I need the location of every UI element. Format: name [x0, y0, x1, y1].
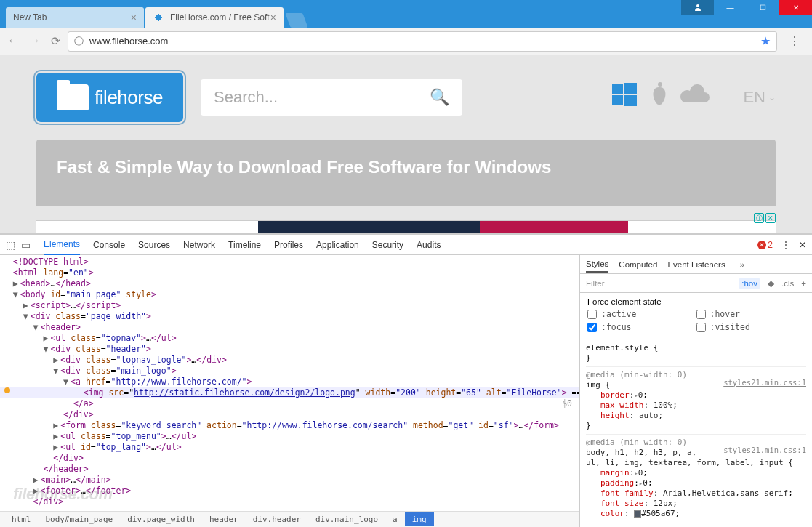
- back-button[interactable]: ←: [7, 34, 19, 48]
- minimize-button[interactable]: —: [714, 0, 747, 15]
- window-controls: — ☐ ✕: [681, 0, 812, 15]
- address-bar[interactable]: ⓘ www.filehorse.com ★: [68, 31, 777, 52]
- tab-application[interactable]: Application: [316, 236, 359, 254]
- tab-title: New Tab: [13, 12, 47, 23]
- tab-title: FileHorse.com / Free Soft: [170, 12, 270, 23]
- state-hover[interactable]: :hover: [696, 309, 805, 319]
- selected-dom-node[interactable]: <img src="http://static.filehorse.com/de…: [0, 387, 579, 398]
- tab-event-listeners[interactable]: Event Listeners: [667, 257, 725, 272]
- new-tab-button[interactable]: [285, 13, 307, 28]
- ad-banner[interactable]: [36, 220, 776, 233]
- tab-elements[interactable]: Elements: [44, 235, 80, 255]
- language-selector[interactable]: EN ⌄: [743, 88, 776, 107]
- favicon-icon: [153, 12, 164, 23]
- hov-toggle[interactable]: :hov: [739, 278, 760, 289]
- tab-computed[interactable]: Computed: [619, 257, 657, 272]
- platform-links: [612, 82, 711, 113]
- browser-toolbar: ← → ⟳ ⓘ www.filehorse.com ★ ⋮: [0, 28, 812, 55]
- browser-tab[interactable]: FileHorse.com / Free Soft ×: [145, 7, 284, 28]
- browser-tab[interactable]: New Tab ×: [6, 7, 144, 28]
- tab-sources[interactable]: Sources: [138, 236, 170, 254]
- page-viewport: filehorse Search... 🔍 EN ⌄ Fast & Simple…: [0, 55, 812, 233]
- source-link[interactable]: styles21.min.css:1: [723, 377, 806, 387]
- dom-breadcrumbs[interactable]: html body#main_page div.page_width heade…: [0, 511, 579, 527]
- state-active[interactable]: :active: [587, 309, 696, 319]
- browser-menu-button[interactable]: ⋮: [784, 34, 805, 48]
- css-rules[interactable]: element.style { } @media (min-width: 0) …: [580, 337, 812, 527]
- error-indicator[interactable]: ✕2: [757, 240, 773, 250]
- styles-filter[interactable]: Filter :hov ◆ .cls +: [580, 274, 812, 293]
- tab-styles[interactable]: Styles: [586, 257, 608, 273]
- tab-audits[interactable]: Audits: [417, 236, 441, 254]
- hero-title: Fast & Simple Way to Download Free Softw…: [57, 157, 551, 177]
- logo-text: filehorse: [95, 87, 163, 109]
- bookmark-star-icon[interactable]: ★: [760, 34, 771, 48]
- devtools-close-button[interactable]: ✕: [799, 240, 806, 250]
- more-tabs-icon[interactable]: »: [740, 260, 744, 269]
- state-visited[interactable]: :visited: [696, 322, 805, 332]
- source-link[interactable]: styles21.min.css:1: [723, 445, 806, 455]
- devtools-menu-button[interactable]: ⋮: [781, 240, 790, 250]
- maximize-button[interactable]: ☐: [747, 0, 779, 15]
- user-button[interactable]: [681, 0, 714, 15]
- reload-button[interactable]: ⟳: [51, 34, 60, 48]
- force-element-state: Force element state :active :hover :focu…: [580, 293, 812, 337]
- site-logo[interactable]: filehorse: [36, 73, 183, 122]
- svg-rect-3: [612, 95, 623, 105]
- svg-rect-2: [624, 83, 637, 94]
- forward-button[interactable]: →: [29, 34, 41, 48]
- hero-banner: Fast & Simple Way to Download Free Softw…: [36, 140, 776, 206]
- url-text: www.filehorse.com: [89, 36, 168, 47]
- window-close-button[interactable]: ✕: [779, 0, 812, 15]
- close-icon[interactable]: ×: [270, 12, 276, 23]
- styles-panel: Styles Computed Event Listeners » Filter…: [579, 255, 812, 527]
- search-icon[interactable]: 🔍: [430, 88, 449, 107]
- svg-point-0: [696, 4, 699, 7]
- cls-toggle[interactable]: .cls: [781, 279, 794, 288]
- state-focus[interactable]: :focus: [587, 322, 696, 332]
- folder-icon: [57, 84, 89, 110]
- svg-point-5: [658, 82, 662, 87]
- adchoices-badge[interactable]: ⓘ✕: [754, 213, 776, 223]
- svg-rect-1: [612, 84, 623, 94]
- dom-tree[interactable]: <!DOCTYPE html> <html lang="en"> ▶<head>…: [0, 255, 579, 511]
- search-input[interactable]: Search... 🔍: [201, 79, 462, 116]
- devtools-tabs: ⬚ ▭ Elements Console Sources Network Tim…: [0, 235, 812, 255]
- windows-icon[interactable]: [612, 82, 637, 113]
- search-placeholder: Search...: [214, 88, 278, 107]
- tab-security[interactable]: Security: [372, 236, 403, 254]
- styles-tabs: Styles Computed Event Listeners »: [580, 255, 812, 274]
- inspect-element-button[interactable]: ⬚: [6, 239, 15, 251]
- tab-console[interactable]: Console: [93, 236, 125, 254]
- new-rule-button[interactable]: +: [801, 279, 806, 288]
- close-icon[interactable]: ×: [131, 12, 137, 23]
- site-info-icon[interactable]: ⓘ: [74, 35, 84, 48]
- apple-icon[interactable]: [647, 82, 669, 113]
- devtools-panel: ⬚ ▭ Elements Console Sources Network Tim…: [0, 233, 812, 527]
- tab-timeline[interactable]: Timeline: [228, 236, 261, 254]
- pin-icon[interactable]: ◆: [768, 278, 774, 289]
- cloud-icon[interactable]: [679, 84, 711, 111]
- device-toggle-button[interactable]: ▭: [21, 239, 31, 251]
- elements-panel: <!DOCTYPE html> <html lang="en"> ▶<head>…: [0, 255, 579, 527]
- chevron-down-icon: ⌄: [768, 92, 776, 102]
- tab-profiles[interactable]: Profiles: [274, 236, 303, 254]
- svg-rect-4: [624, 95, 637, 106]
- tab-network[interactable]: Network: [183, 236, 215, 254]
